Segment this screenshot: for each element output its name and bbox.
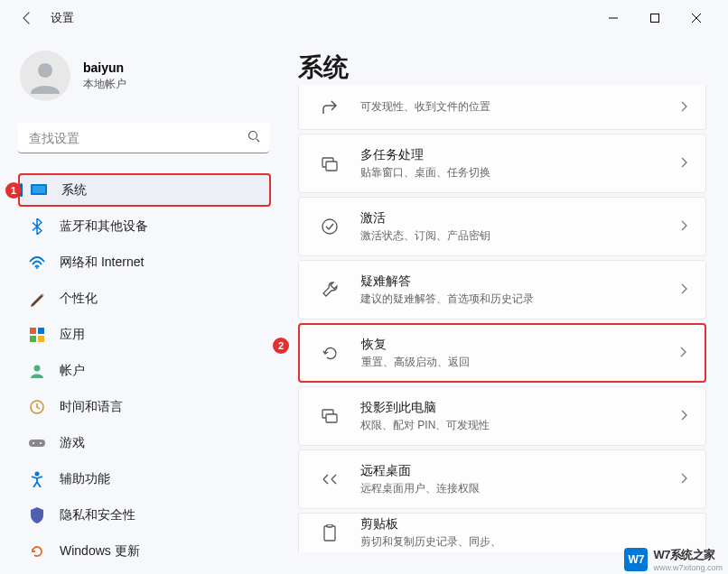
sidebar-item-label: 帐户	[60, 363, 85, 379]
network-icon	[29, 255, 45, 271]
card-title: 恢复	[361, 337, 679, 353]
avatar	[20, 51, 70, 101]
card-recovery[interactable]: 恢复 重置、高级启动、返回	[298, 323, 706, 383]
chevron-right-icon	[680, 155, 687, 171]
card-remote-desktop[interactable]: 远程桌面 远程桌面用户、连接权限	[298, 449, 706, 509]
sidebar-item-label: 隐私和安全性	[60, 507, 135, 523]
share-icon	[317, 95, 342, 120]
app-title: 设置	[51, 10, 74, 26]
sidebar-item-privacy[interactable]: 隐私和安全性	[18, 498, 271, 532]
profile-name: baiyun	[83, 60, 126, 75]
card-subtitle: 远程桌面用户、连接权限	[360, 481, 680, 496]
sidebar-item-network[interactable]: 网络和 Internet	[18, 245, 271, 279]
svg-rect-0	[651, 14, 659, 23]
search-box	[18, 123, 269, 153]
card-subtitle: 权限、配对 PIN、可发现性	[360, 418, 680, 433]
profile-info: baiyun 本地帐户	[83, 60, 126, 92]
card-title: 投影到此电脑	[360, 400, 680, 416]
maximize-button[interactable]	[634, 4, 676, 32]
card-projecting[interactable]: 投影到此电脑 权限、配对 PIN、可发现性	[298, 386, 706, 446]
minimize-button[interactable]	[593, 4, 634, 32]
card-text: 剪贴板 剪切和复制历史记录、同步、	[360, 516, 687, 550]
chevron-right-icon	[680, 471, 687, 487]
card-multitasking[interactable]: 多任务处理 贴靠窗口、桌面、任务切换	[298, 134, 706, 193]
window-controls	[593, 4, 717, 32]
card-subtitle: 重置、高级启动、返回	[361, 355, 679, 370]
sidebar-item-gaming[interactable]: 游戏	[18, 426, 271, 459]
close-icon	[692, 14, 701, 23]
person-icon	[27, 58, 63, 94]
card-subtitle: 可发现性、收到文件的位置	[360, 99, 680, 115]
svg-point-10	[34, 365, 41, 371]
sidebar-item-accessibility[interactable]: 辅助功能	[18, 462, 271, 495]
card-text: 远程桌面 远程桌面用户、连接权限	[360, 463, 680, 496]
card-subtitle: 贴靠窗口、桌面、任务切换	[360, 165, 680, 181]
sidebar-item-time[interactable]: 时间和语言	[18, 390, 271, 423]
svg-rect-7	[38, 328, 44, 334]
titlebar-left: 设置	[18, 9, 74, 27]
card-title: 剪贴板	[360, 516, 687, 532]
main-panel: 系统 可发现性、收到文件的位置 多任务处理 贴靠窗口、桌面、任务切换	[280, 36, 728, 574]
sidebar-item-bluetooth[interactable]: 蓝牙和其他设备	[18, 209, 271, 243]
svg-point-1	[38, 63, 52, 78]
accessibility-icon	[29, 471, 45, 487]
projecting-icon	[317, 403, 342, 429]
page-title: 系统	[298, 51, 706, 85]
sidebar-item-system[interactable]: 系统	[18, 173, 271, 207]
card-title: 远程桌面	[360, 463, 680, 479]
chevron-right-icon	[680, 218, 687, 235]
sidebar-item-update[interactable]: Windows 更新	[18, 534, 271, 568]
sidebar-item-account[interactable]: 帐户	[18, 354, 271, 387]
svg-point-14	[40, 442, 42, 444]
content: baiyun 本地帐户 系统 蓝牙和其他设备 网络	[0, 36, 728, 574]
sidebar-item-label: 蓝牙和其他设备	[60, 218, 148, 235]
card-activation[interactable]: 激活 激活状态、订阅、产品密钥	[298, 197, 706, 256]
sidebar-item-label: 应用	[60, 327, 85, 343]
system-icon	[31, 182, 47, 199]
svg-rect-9	[38, 336, 44, 342]
chevron-right-icon	[680, 282, 687, 298]
account-icon	[29, 363, 45, 379]
card-troubleshoot[interactable]: 疑难解答 建议的疑难解答、首选项和历史记录	[298, 260, 706, 319]
back-button[interactable]	[18, 9, 36, 27]
card-title: 多任务处理	[360, 147, 680, 163]
profile[interactable]: baiyun 本地帐户	[18, 51, 271, 101]
close-button[interactable]	[676, 4, 717, 32]
svg-rect-4	[33, 186, 45, 193]
recovery-icon	[318, 340, 343, 366]
sidebar: baiyun 本地帐户 系统 蓝牙和其他设备 网络	[0, 36, 280, 574]
chevron-right-icon	[680, 408, 687, 424]
card-text: 投影到此电脑 权限、配对 PIN、可发现性	[360, 400, 680, 433]
chevron-right-icon	[680, 99, 687, 116]
svg-rect-8	[30, 336, 36, 342]
apps-icon	[29, 327, 45, 343]
card-text: 可发现性、收到文件的位置	[360, 99, 680, 115]
sidebar-item-apps[interactable]: 应用	[18, 318, 271, 351]
titlebar: 设置	[0, 0, 728, 36]
svg-point-15	[35, 471, 40, 476]
svg-rect-22	[327, 524, 332, 527]
minimize-icon	[609, 14, 618, 23]
sidebar-item-label: 系统	[61, 182, 87, 199]
personalize-icon	[29, 291, 45, 307]
svg-rect-6	[30, 328, 36, 334]
nav-list: 系统 蓝牙和其他设备 网络和 Internet 个性化 应用	[18, 173, 271, 568]
privacy-icon	[29, 507, 45, 523]
activation-icon	[317, 214, 342, 239]
card-nearby-sharing[interactable]: 可发现性、收到文件的位置	[298, 85, 706, 130]
svg-rect-12	[29, 440, 45, 447]
svg-rect-21	[324, 526, 335, 541]
card-text: 激活 激活状态、订阅、产品密钥	[360, 210, 680, 244]
watermark-url: www.w7xitong.com	[653, 563, 723, 572]
search-input[interactable]	[18, 123, 269, 153]
arrow-left-icon	[20, 11, 34, 25]
sidebar-item-label: 网络和 Internet	[60, 255, 144, 271]
update-icon	[29, 543, 45, 560]
watermark-logo: W7	[624, 548, 648, 571]
card-subtitle: 建议的疑难解答、首选项和历史记录	[360, 292, 680, 307]
svg-rect-17	[326, 162, 337, 171]
clipboard-icon	[317, 521, 342, 546]
svg-point-18	[322, 219, 337, 234]
card-text: 疑难解答 建议的疑难解答、首选项和历史记录	[360, 273, 680, 307]
sidebar-item-personalize[interactable]: 个性化	[18, 282, 271, 315]
